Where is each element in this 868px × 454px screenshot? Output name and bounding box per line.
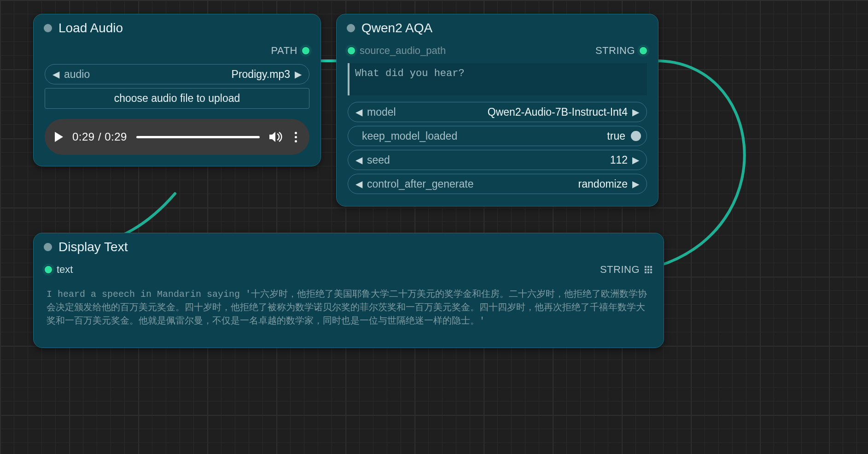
svg-rect-9	[650, 271, 652, 273]
io-row: text STRING	[42, 262, 655, 279]
svg-rect-4	[645, 269, 647, 271]
node-header[interactable]: Load Audio	[34, 14, 320, 40]
output-label-string: STRING	[595, 45, 635, 57]
widget-value: Prodigy.mp3	[90, 68, 293, 81]
seek-track[interactable]	[136, 136, 260, 138]
svg-rect-2	[647, 266, 649, 268]
widget-value: randomize	[473, 178, 630, 190]
widget-label: audio	[61, 68, 90, 81]
widget-value: Qwen2-Audio-7B-Instruct-Int4	[396, 106, 630, 118]
chevron-right-icon[interactable]: ▶	[293, 69, 303, 80]
upload-audio-button[interactable]: choose audio file to upload	[45, 88, 309, 109]
input-port-source-audio-path[interactable]	[348, 47, 355, 54]
seed-input[interactable]: ◀ seed 112 ▶	[348, 150, 647, 170]
node-load-audio[interactable]: Load Audio PATH ◀ audio Prodigy.mp3 ▶ ch…	[33, 14, 321, 166]
svg-rect-3	[650, 266, 652, 268]
node-title: Load Audio	[58, 21, 123, 35]
node-qwen2-aqa[interactable]: Qwen2 AQA source_audio_path STRING What …	[336, 14, 658, 206]
widget-value: true	[607, 130, 628, 142]
chevron-left-icon[interactable]: ◀	[51, 69, 61, 80]
prompt-textarea[interactable]: What did you hear?	[348, 63, 647, 95]
more-menu-icon[interactable]	[292, 132, 299, 142]
play-icon[interactable]	[55, 132, 63, 142]
collapse-dot-icon[interactable]	[44, 243, 52, 251]
node-header[interactable]: Qwen2 AQA	[337, 14, 658, 40]
keep-model-loaded-toggle[interactable]: keep_model_loaded true	[348, 126, 647, 146]
svg-marker-0	[269, 132, 275, 142]
volume-icon[interactable]	[269, 131, 283, 143]
output-label-path: PATH	[271, 45, 297, 57]
output-port-string[interactable]	[640, 47, 647, 54]
collapse-dot-icon[interactable]	[347, 24, 355, 32]
audio-file-selector[interactable]: ◀ audio Prodigy.mp3 ▶	[45, 64, 309, 84]
audio-player[interactable]: 0:29 / 0:29	[45, 119, 309, 155]
node-title: Display Text	[58, 240, 128, 254]
widget-label: keep_model_loaded	[354, 130, 457, 142]
input-label-source-audio-path: source_audio_path	[360, 45, 446, 57]
svg-rect-6	[650, 269, 652, 271]
chevron-right-icon[interactable]: ▶	[630, 106, 641, 118]
widget-label: seed	[364, 154, 390, 166]
chevron-left-icon[interactable]: ◀	[354, 178, 364, 189]
model-selector[interactable]: ◀ model Qwen2-Audio-7B-Instruct-Int4 ▶	[348, 102, 647, 122]
io-row: source_audio_path STRING	[345, 43, 650, 60]
control-after-generate-selector[interactable]: ◀ control_after_generate randomize ▶	[348, 174, 647, 194]
io-row: PATH	[42, 43, 312, 60]
node-title: Qwen2 AQA	[361, 21, 432, 35]
chevron-right-icon[interactable]: ▶	[630, 178, 641, 189]
output-port-path[interactable]	[302, 47, 309, 54]
node-header[interactable]: Display Text	[34, 233, 664, 259]
widget-value: 112	[390, 154, 630, 166]
display-text-output: I heard a speech in Mandarin saying '十六岁…	[47, 288, 651, 328]
svg-rect-1	[645, 266, 647, 268]
svg-rect-8	[647, 271, 649, 273]
output-label-string: STRING	[600, 264, 640, 276]
toggle-dot-icon[interactable]	[631, 131, 641, 141]
input-port-text[interactable]	[45, 266, 52, 273]
widget-label: control_after_generate	[364, 178, 473, 190]
chevron-right-icon[interactable]: ▶	[630, 154, 641, 165]
upload-label: choose audio file to upload	[114, 92, 240, 104]
prompt-text: What did you hear?	[355, 68, 465, 79]
svg-rect-7	[645, 271, 647, 273]
svg-rect-5	[647, 269, 649, 271]
widget-label: model	[364, 106, 396, 118]
chevron-left-icon[interactable]: ◀	[354, 154, 364, 165]
input-label-text: text	[57, 264, 73, 276]
chevron-left-icon[interactable]: ◀	[354, 106, 364, 118]
output-port-string-grid-icon[interactable]	[644, 265, 652, 274]
player-time: 0:29 / 0:29	[72, 130, 127, 143]
collapse-dot-icon[interactable]	[44, 24, 52, 32]
node-display-text[interactable]: Display Text text STRING	[33, 233, 664, 348]
